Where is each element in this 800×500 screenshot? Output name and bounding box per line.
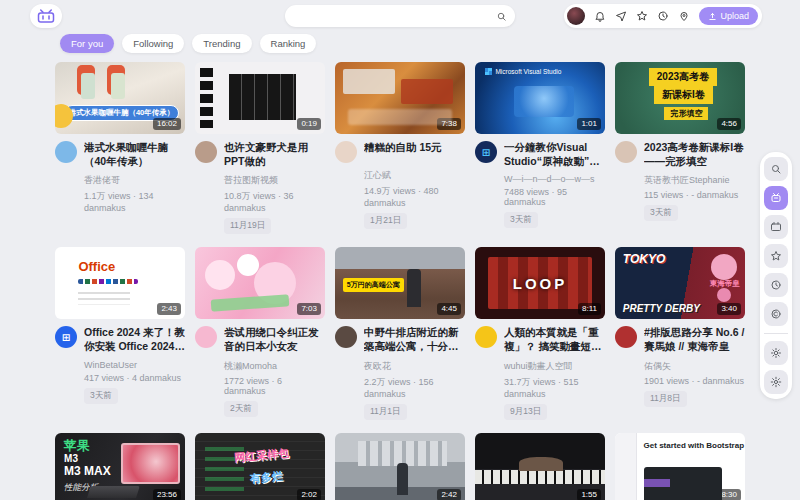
thumbnail[interactable]: 港式水果咖喱牛腩（40年传承） 16:02 [55, 62, 185, 134]
avatar[interactable] [55, 141, 77, 163]
tab-ranking[interactable]: Ranking [260, 34, 317, 53]
rail-home-button[interactable] [764, 186, 788, 210]
uploader-name[interactable]: 桃濑Momoha [224, 360, 325, 373]
video-card: 2:42 【cos向】纪念一下在不列颠出道的三次王 上智月球基地 6.2万 vi… [335, 433, 465, 500]
thumbnail[interactable]: Office 2:43 [55, 247, 185, 319]
thumbnail[interactable]: Microsoft Visual Studio 1:01 [475, 62, 605, 134]
rail-favorites-button[interactable] [764, 244, 788, 268]
views-danmaku: 1772 views · 6 danmakus [224, 376, 325, 396]
avatar[interactable]: ⊞ [55, 326, 77, 348]
uploader-name[interactable]: 佑偶矢 [644, 360, 745, 373]
search-input[interactable] [293, 11, 496, 22]
thumbnail[interactable]: 0:19 [195, 62, 325, 134]
duration-badge: 2:42 [437, 489, 461, 500]
date-badge: 3天前 [644, 205, 678, 221]
avatar[interactable] [195, 141, 217, 163]
card-meta: ⊞ 一分鐘教你Visual Studio“原神啟動”！（適用於Blend） [475, 141, 605, 168]
tab-following[interactable]: Following [122, 34, 184, 53]
thumb-text: LOOP [475, 275, 605, 292]
video-title[interactable]: 人類的本質就是「重複」？ 搞笑動畫短片《LOOP》 [504, 326, 605, 353]
avatar[interactable] [615, 141, 637, 163]
views-danmaku: 7488 views · 95 danmakus [504, 187, 605, 207]
thumbnail[interactable]: 7:03 [195, 247, 325, 319]
bilibili-logo-icon [37, 9, 55, 23]
user-avatar[interactable] [567, 7, 585, 25]
thumbnail[interactable]: TOKYO PRETTY DERBY 東海帝皇 3:40 [615, 247, 745, 319]
rail-search-button[interactable] [764, 157, 788, 181]
history-icon[interactable] [657, 10, 669, 22]
home-icon [770, 192, 782, 204]
video-card: 网红采样包 有多烂 2:02 我制作了史上最烂的工程模板包。(FL21) ice… [195, 433, 325, 500]
avatar[interactable]: ⊞ [475, 141, 497, 163]
avatar[interactable] [195, 326, 217, 348]
rail-history-button[interactable] [764, 273, 788, 297]
location-icon[interactable] [678, 10, 690, 22]
card-meta: 港式水果咖喱牛腩（40年传承） [55, 141, 185, 168]
duration-badge: 23:56 [153, 489, 181, 500]
video-title[interactable]: 一分鐘教你Visual Studio“原神啟動”！（適用於Blend） [504, 141, 605, 168]
rail-tv-button[interactable] [764, 215, 788, 239]
history-icon [770, 279, 782, 291]
thumbnail[interactable]: 苹果 M3 M3 MAX 性能分析 23:56 [55, 433, 185, 500]
search-icon[interactable] [496, 11, 507, 22]
star-icon[interactable] [636, 10, 648, 22]
rail-brightness-button[interactable] [764, 341, 788, 365]
uploader-name[interactable]: 普拉图斯视频 [224, 174, 325, 187]
video-title[interactable]: 2023高考卷新课标I卷——完形填空 [644, 141, 745, 168]
uploader-name[interactable]: 英语教书匠Stephanie [644, 174, 745, 187]
video-title[interactable]: 中野牛排店附近的新築高端公寓，十分温馨甚至九分乾净 [364, 326, 465, 353]
duration-badge: 2:43 [157, 303, 181, 315]
thumbnail[interactable]: 2023高考卷 新课标I卷 完形填空 4:56 [615, 62, 745, 134]
duration-badge: 3:40 [717, 303, 741, 315]
site-logo[interactable] [30, 4, 62, 28]
uploader-name[interactable]: WinBetaUser [84, 360, 185, 370]
video-title[interactable]: 港式水果咖喱牛腩（40年传承） [84, 141, 185, 168]
thumb-text: M3 [64, 453, 78, 464]
video-title[interactable]: 也许文豪野犬是用PPT做的 [224, 141, 325, 168]
duration-badge: 1:55 [577, 489, 601, 500]
thumbnail[interactable]: 2:42 [335, 433, 465, 500]
uploader-name[interactable]: 夜欧花 [364, 360, 465, 373]
upload-button[interactable]: Upload [699, 7, 758, 25]
date-badge: 2天前 [224, 401, 258, 417]
video-title[interactable]: Office 2024 来了！教你安装 Office 2024 预览版! [84, 326, 185, 353]
uploader-name[interactable]: wuhui動畫人空間 [504, 360, 605, 373]
date-badge: 1月21日 [364, 213, 407, 229]
avatar[interactable] [335, 141, 357, 163]
avatar[interactable] [475, 326, 497, 348]
uploader-name[interactable]: 江心赋 [364, 169, 465, 182]
avatar[interactable] [615, 326, 637, 348]
thumbnail[interactable]: 1:55 [475, 433, 605, 500]
views-danmaku: 1.1万 views · 134 danmakus [84, 190, 185, 213]
video-title[interactable]: 糟糕的自助 15元 [364, 141, 442, 163]
rail-settings-button[interactable] [764, 370, 788, 394]
thumbnail[interactable]: 5万円的高端公寓 4:45 [335, 247, 465, 319]
uploader-name[interactable]: 香港佬哥 [84, 174, 185, 187]
video-title[interactable]: 尝试用绕口令纠正发音的日本小女友 [224, 326, 325, 353]
views-danmaku: 115 views · - danmakus [644, 190, 745, 200]
tab-for-you[interactable]: For you [60, 34, 114, 53]
search-bar[interactable] [285, 5, 515, 27]
thumbnail[interactable]: 网红采样包 有多烂 2:02 [195, 433, 325, 500]
thumb-text: Get started with Bootstrap [644, 441, 744, 450]
dynamics-icon[interactable] [615, 10, 627, 22]
views-danmaku: 1901 views · - danmakus [644, 376, 745, 386]
card-meta: ⊞ Office 2024 来了！教你安装 Office 2024 预览版! [55, 326, 185, 353]
thumb-text: TOKYO [623, 252, 665, 266]
views-danmaku: 14.9万 views · 480 danmakus [364, 185, 465, 208]
bell-icon[interactable] [594, 10, 606, 22]
rail-help-button[interactable] [764, 302, 788, 326]
avatar[interactable] [335, 326, 357, 348]
duration-badge: 4:45 [437, 303, 461, 315]
tv-icon [770, 221, 782, 233]
thumbnail[interactable]: 7:38 [335, 62, 465, 134]
thumbnail[interactable]: Get started with Bootstrap 18:30 [615, 433, 745, 500]
date-badge: 11月8日 [644, 391, 687, 407]
video-card: 1:55 W Faye's theme Veroer凡墨 777 views ·… [475, 433, 605, 500]
tab-trending[interactable]: Trending [192, 34, 251, 53]
thumb-text: Office [78, 259, 115, 274]
uploader-name[interactable]: W—i—n—d—o—w—s [504, 174, 605, 184]
thumbnail[interactable]: LOOP 8:11 [475, 247, 605, 319]
help-icon [770, 308, 782, 320]
video-title[interactable]: #排版思路分享 No.6 / 賽馬娘 // 東海帝皇 [644, 326, 745, 353]
